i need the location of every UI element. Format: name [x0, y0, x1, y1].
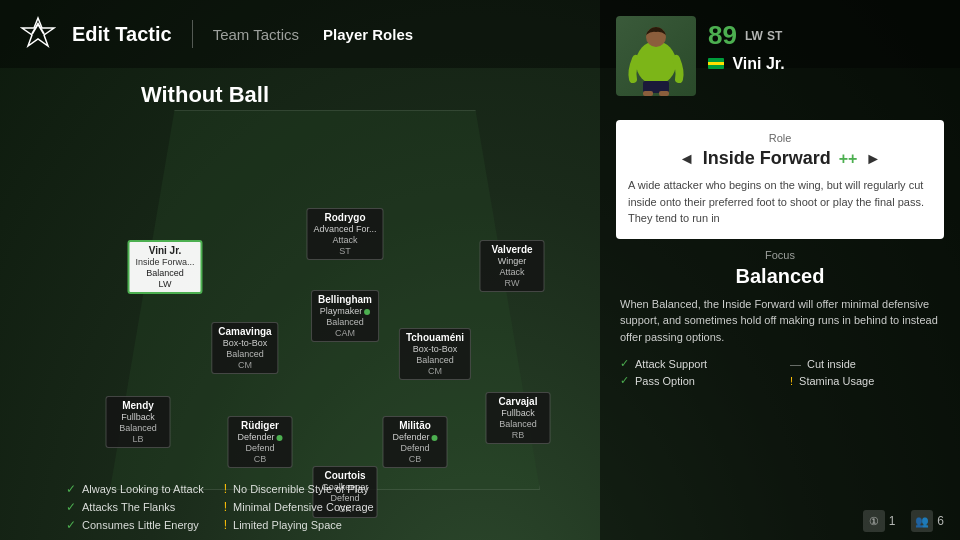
- position-tags: LW ST: [745, 29, 782, 43]
- right-panel: 89 LW ST Vini Jr. Role ◄ Inside Forward …: [600, 0, 960, 540]
- attr-warn-1: ! No Discernible Style of Play: [224, 482, 374, 496]
- bottom-btn-2[interactable]: 👥 6: [911, 510, 944, 532]
- btn-1-icon: ①: [863, 510, 885, 532]
- section-title: Without Ball: [0, 68, 410, 122]
- player-valverde[interactable]: Valverde Winger Attack RW: [480, 240, 545, 292]
- flag-brazil: [708, 58, 724, 69]
- focus-attr-cut-inside: — Cut inside: [790, 357, 940, 370]
- focus-attributes: ✓ Attack Support — Cut inside ✓ Pass Opt…: [620, 357, 940, 387]
- role-name-row: ◄ Inside Forward ++ ►: [628, 148, 932, 169]
- attr-warn-3: ! Limited Playing Space: [224, 518, 374, 532]
- portrait-section: 89 LW ST Vini Jr.: [616, 16, 944, 108]
- attr-item-2: ✓ Attacks The Flanks: [66, 500, 204, 514]
- svg-rect-4: [643, 91, 653, 96]
- focus-section: Focus Balanced When Balanced, the Inside…: [616, 249, 944, 388]
- rating-row: 89 LW ST: [708, 20, 944, 51]
- player-bellingham[interactable]: Bellingham Playmaker Balanced CAM: [311, 290, 379, 342]
- player-vini[interactable]: Vini Jr. Inside Forwa... Balanced LW: [127, 240, 202, 294]
- player-tchouameni[interactable]: Tchouaméni Box-to-Box Balanced CM: [399, 328, 471, 380]
- header-divider: [192, 20, 193, 48]
- player-camavinga[interactable]: Camavinga Box-to-Box Balanced CM: [211, 322, 278, 374]
- player-carvajal[interactable]: Carvajal Fullback Balanced RB: [486, 392, 551, 444]
- player-info: 89 LW ST Vini Jr.: [708, 16, 944, 73]
- role-next-arrow[interactable]: ►: [865, 150, 881, 168]
- attributes-panel: ✓ Always Looking to Attack ✓ Attacks The…: [50, 474, 600, 540]
- attr-warn-col: ! No Discernible Style of Play ! Minimal…: [224, 482, 374, 532]
- focus-attr-stamina-usage: ! Stamina Usage: [790, 374, 940, 387]
- player-mendy[interactable]: Mendy Fullback Balanced LB: [106, 396, 171, 448]
- btn-2-icon: 👥: [911, 510, 933, 532]
- attr-item-1: ✓ Always Looking to Attack: [66, 482, 204, 496]
- player-rudiger[interactable]: Rüdiger Defender Defend CB: [228, 416, 293, 468]
- role-prev-arrow[interactable]: ◄: [679, 150, 695, 168]
- header-nav: Team Tactics Player Roles: [213, 22, 413, 47]
- nav-player-roles[interactable]: Player Roles: [323, 22, 413, 47]
- nav-team-tactics[interactable]: Team Tactics: [213, 22, 299, 47]
- bottom-btn-1[interactable]: ① 1: [863, 510, 896, 532]
- svg-rect-5: [659, 91, 669, 96]
- formation-area: Vini Jr. Inside Forwa... Balanced LW Rod…: [50, 100, 600, 500]
- role-card: Role ◄ Inside Forward ++ ► A wide attack…: [616, 120, 944, 239]
- attr-good-col: ✓ Always Looking to Attack ✓ Attacks The…: [66, 482, 204, 532]
- svg-point-1: [636, 41, 676, 85]
- app-logo: [20, 16, 56, 52]
- attr-item-3: ✓ Consumes Little Energy: [66, 518, 204, 532]
- focus-attr-pass-option: ✓ Pass Option: [620, 374, 770, 387]
- bottom-bar: ① 1 👥 6: [863, 510, 944, 532]
- attr-warn-2: ! Minimal Defensive Coverage: [224, 500, 374, 514]
- player-militao[interactable]: Militão Defender Defend CB: [383, 416, 448, 468]
- player-portrait: [616, 16, 696, 96]
- header-title: Edit Tactic: [72, 23, 172, 46]
- player-name-row: Vini Jr.: [708, 55, 944, 73]
- player-rodrygo[interactable]: Rodrygo Advanced For... Attack ST: [306, 208, 383, 260]
- focus-attr-attack-support: ✓ Attack Support: [620, 357, 770, 370]
